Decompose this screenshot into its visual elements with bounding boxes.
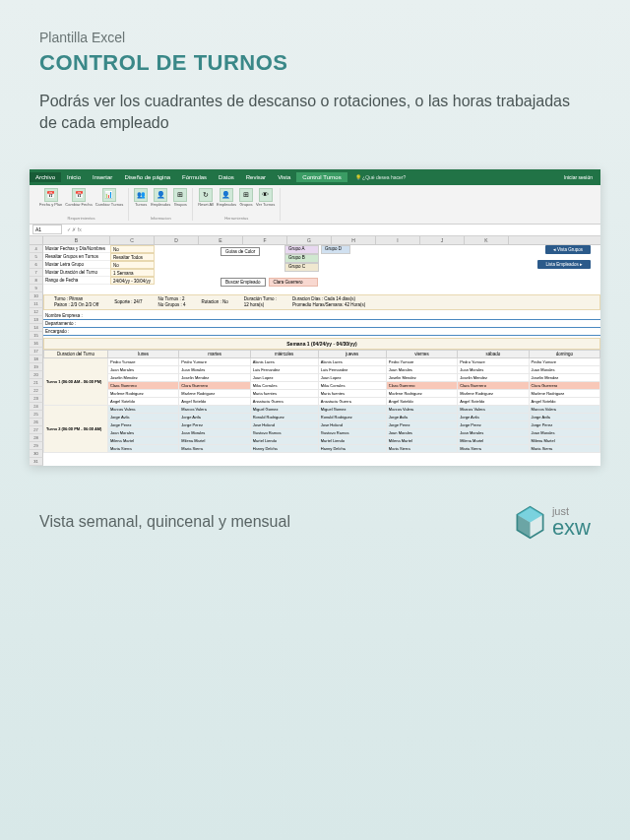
tab-vista[interactable]: Vista bbox=[272, 172, 296, 182]
row-num[interactable]: 31 bbox=[30, 458, 43, 466]
schedule-cell[interactable]: Jorge Perez bbox=[529, 420, 599, 428]
fx-icon[interactable]: ✓ ✗ fx bbox=[62, 226, 87, 232]
schedule-cell[interactable]: Clara Guerrero bbox=[529, 381, 599, 389]
nombre-empresa[interactable]: Nombre Empresa : bbox=[43, 312, 600, 320]
schedule-cell[interactable]: Milena Martel bbox=[458, 436, 529, 444]
schedule-cell[interactable]: Maria Sierra bbox=[179, 444, 250, 452]
col-header-d[interactable]: D bbox=[155, 236, 199, 244]
row-num[interactable]: 6 bbox=[30, 261, 43, 269]
schedule-cell[interactable]: Angel Soteldo bbox=[458, 397, 529, 405]
schedule-cell[interactable]: Ronald Rodriguez bbox=[318, 413, 386, 420]
schedule-cell[interactable]: Juan Morales bbox=[108, 365, 179, 373]
config-value[interactable]: 1 Semana bbox=[110, 269, 155, 277]
col-header-i[interactable]: I bbox=[376, 236, 420, 244]
row-num[interactable]: 22 bbox=[30, 387, 43, 395]
config-value[interactable]: No bbox=[110, 245, 155, 253]
schedule-cell[interactable]: Luis Fernandez bbox=[250, 365, 318, 373]
row-num[interactable]: 27 bbox=[30, 426, 43, 434]
schedule-cell[interactable]: Juan Morales bbox=[458, 365, 529, 373]
schedule-cell[interactable]: Juan Morales bbox=[386, 365, 457, 373]
row-num[interactable]: 18 bbox=[30, 355, 43, 363]
schedule-cell[interactable]: Milena Martel bbox=[386, 436, 457, 444]
schedule-cell[interactable]: Pedro Yumare bbox=[179, 357, 250, 365]
schedule-cell[interactable]: Joan Morales bbox=[458, 428, 529, 436]
row-num[interactable]: 15 bbox=[30, 332, 43, 340]
fecha-plan-icon[interactable]: 📅 bbox=[44, 188, 58, 202]
config-value[interactable]: No bbox=[110, 261, 155, 269]
schedule-cell[interactable]: Hanny Delcha bbox=[318, 444, 386, 452]
schedule-cell[interactable]: Joan Morales bbox=[386, 428, 457, 436]
col-header-g[interactable]: G bbox=[287, 236, 332, 244]
cambiar-turnos-icon[interactable]: 📊 bbox=[102, 188, 116, 202]
schedule-cell[interactable]: Joselin Mendez bbox=[179, 373, 250, 381]
tab-insertar[interactable]: Insertar bbox=[87, 172, 118, 182]
schedule-cell[interactable]: Maria Sierra bbox=[108, 444, 179, 452]
schedule-cell[interactable]: Martel Liendo bbox=[318, 436, 386, 444]
schedule-cell[interactable]: Marlene Rodriguez bbox=[458, 389, 529, 397]
tab-diseno[interactable]: Diseño de página bbox=[118, 172, 176, 182]
schedule-cell[interactable]: Jorge Avila bbox=[179, 413, 250, 420]
schedule-cell[interactable]: Marcos Valera bbox=[458, 405, 529, 413]
row-num[interactable]: 11 bbox=[30, 300, 43, 308]
schedule-cell[interactable]: Maria Sierra bbox=[458, 444, 529, 452]
col-header-j[interactable]: J bbox=[420, 236, 465, 244]
row-num[interactable]: 28 bbox=[30, 434, 43, 442]
schedule-cell[interactable]: Miguel Gomez bbox=[318, 405, 386, 413]
lista-empleados-button[interactable]: Lista Empleados ▸ bbox=[537, 260, 591, 269]
turnos-icon[interactable]: 👥 bbox=[134, 188, 148, 202]
schedule-cell[interactable]: Joselin Mendez bbox=[458, 373, 529, 381]
tab-control-turnos[interactable]: Control Turnos bbox=[296, 172, 346, 182]
row-num[interactable]: 25 bbox=[30, 411, 43, 419]
schedule-cell[interactable]: Pedro Yumare bbox=[108, 357, 179, 365]
schedule-cell[interactable]: Clara Guerrero bbox=[458, 381, 529, 389]
schedule-cell[interactable]: Marcos Valera bbox=[529, 405, 599, 413]
schedule-cell[interactable]: Ronald Rodriguez bbox=[250, 413, 318, 420]
col-header-e[interactable]: E bbox=[199, 236, 243, 244]
schedule-cell[interactable]: Jorge Perez bbox=[458, 420, 529, 428]
row-num[interactable]: 24 bbox=[30, 403, 43, 411]
col-header-h[interactable]: H bbox=[332, 236, 376, 244]
schedule-cell[interactable]: Maria fuentes bbox=[250, 389, 318, 397]
schedule-cell[interactable]: Juan Lopez bbox=[250, 373, 318, 381]
schedule-cell[interactable]: Juan Lopez bbox=[318, 373, 386, 381]
schedule-cell[interactable]: Juan Morales bbox=[179, 365, 250, 373]
schedule-cell[interactable]: Marcos Valera bbox=[179, 405, 250, 413]
row-num[interactable]: 5 bbox=[30, 253, 43, 261]
schedule-cell[interactable]: Joselin Mendez bbox=[386, 373, 457, 381]
schedule-cell[interactable]: Miguel Gomez bbox=[250, 405, 318, 413]
select-all-corner[interactable] bbox=[30, 236, 43, 244]
schedule-cell[interactable]: Angel Soteldo bbox=[108, 397, 179, 405]
row-num[interactable]: 10 bbox=[30, 292, 43, 300]
schedule-cell[interactable]: Anastacia Guerra bbox=[318, 397, 386, 405]
tab-archivo[interactable]: Archivo bbox=[30, 172, 61, 182]
encargado[interactable]: Encargado : bbox=[43, 328, 600, 336]
schedule-cell[interactable]: Mika Corrales bbox=[250, 381, 318, 389]
schedule-cell[interactable]: Juan Morales bbox=[529, 365, 599, 373]
ribbon-search[interactable]: 💡 ¿Qué desea hacer? bbox=[355, 174, 407, 180]
schedule-cell[interactable]: Marlene Rodriguez bbox=[529, 389, 599, 397]
schedule-cell[interactable]: Joan Morales bbox=[108, 428, 179, 436]
row-num[interactable]: 13 bbox=[30, 316, 43, 324]
row-num[interactable]: 16 bbox=[30, 340, 43, 348]
schedule-cell[interactable]: Marcos Valera bbox=[108, 405, 179, 413]
row-num[interactable]: 20 bbox=[30, 371, 43, 379]
schedule-cell[interactable]: Jose Holand bbox=[318, 420, 386, 428]
grupos-icon[interactable]: ⊞ bbox=[173, 188, 187, 202]
row-num[interactable]: 19 bbox=[30, 363, 43, 371]
row-num[interactable]: 17 bbox=[30, 348, 43, 355]
schedule-cell[interactable]: Maria Sierra bbox=[529, 444, 599, 452]
schedule-cell[interactable]: Jorge Avila bbox=[458, 413, 529, 420]
buscar-empleado-button[interactable]: Buscar Empleado bbox=[220, 278, 266, 287]
buscar-empleado-value[interactable]: Clara Guerrero bbox=[269, 278, 318, 287]
schedule-cell[interactable]: Jose Holand bbox=[250, 420, 318, 428]
signin-link[interactable]: Iniciar sesión bbox=[564, 174, 600, 180]
schedule-cell[interactable]: Pedro Yumare bbox=[386, 357, 457, 365]
color-guide-button[interactable]: Guías de Color bbox=[220, 247, 260, 256]
schedule-cell[interactable]: Marlene Rodriguez bbox=[386, 389, 457, 397]
schedule-cell[interactable]: Pedro Yumare bbox=[458, 357, 529, 365]
schedule-cell[interactable]: Clara Guerrero bbox=[108, 381, 179, 389]
schedule-cell[interactable]: Alanis Lares bbox=[318, 357, 386, 365]
schedule-cell[interactable]: Angel Soteldo bbox=[386, 397, 457, 405]
schedule-cell[interactable]: Hanny Delcha bbox=[250, 444, 318, 452]
empleados-icon[interactable]: 👤 bbox=[154, 188, 167, 202]
